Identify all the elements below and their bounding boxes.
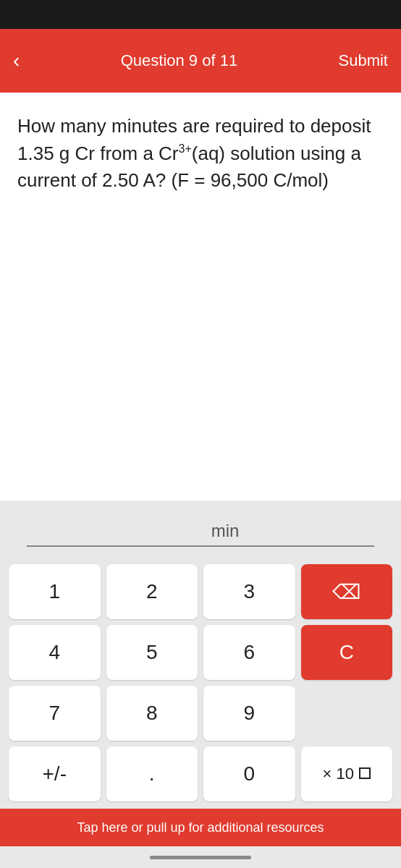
bottom-bar-text: Tap here or pull up for additional resou…	[77, 820, 324, 835]
key-7[interactable]: 7	[9, 686, 101, 741]
key-6[interactable]: 6	[203, 625, 295, 680]
clear-button[interactable]: C	[301, 625, 393, 680]
submit-button[interactable]: Submit	[339, 51, 388, 70]
clear-label: C	[339, 641, 354, 664]
status-bar	[0, 0, 401, 29]
key-9[interactable]: 9	[203, 686, 295, 741]
key-3[interactable]: 3	[203, 564, 295, 619]
key-5[interactable]: 5	[106, 625, 198, 680]
key-empty-1	[301, 686, 393, 741]
header: ‹ Question 9 of 11 Submit	[0, 29, 401, 93]
x10-box	[359, 767, 371, 779]
x10-label: × 10	[323, 765, 354, 783]
key-1[interactable]: 1	[9, 564, 101, 619]
bottom-bar[interactable]: Tap here or pull up for additional resou…	[0, 809, 401, 846]
home-bar	[150, 856, 251, 859]
backspace-icon: ⌫	[332, 580, 361, 604]
input-display: min	[0, 514, 401, 557]
question-progress: Question 9 of 11	[121, 51, 237, 70]
question-area: How many minutes are required to deposit…	[0, 93, 401, 501]
key-0[interactable]: 0	[203, 746, 295, 801]
key-plus-minus[interactable]: +/-	[9, 746, 101, 801]
home-indicator	[0, 846, 401, 868]
keypad: 1 2 3 ⌫ 4 5 6 C 7 8 9 +/- . 0 × 10	[0, 557, 401, 809]
key-x10[interactable]: × 10	[301, 746, 393, 801]
key-decimal[interactable]: .	[106, 746, 198, 801]
key-4[interactable]: 4	[9, 625, 101, 680]
backspace-button[interactable]: ⌫	[301, 564, 393, 619]
key-2[interactable]: 2	[106, 564, 198, 619]
back-button[interactable]: ‹	[13, 51, 20, 71]
key-8[interactable]: 8	[106, 686, 198, 741]
input-area: min 1 2 3 ⌫ 4 5 6 C 7 8 9 +/	[0, 501, 401, 809]
input-underline	[27, 545, 374, 547]
question-text: How many minutes are required to deposit…	[17, 113, 384, 195]
input-unit: min	[211, 521, 240, 541]
